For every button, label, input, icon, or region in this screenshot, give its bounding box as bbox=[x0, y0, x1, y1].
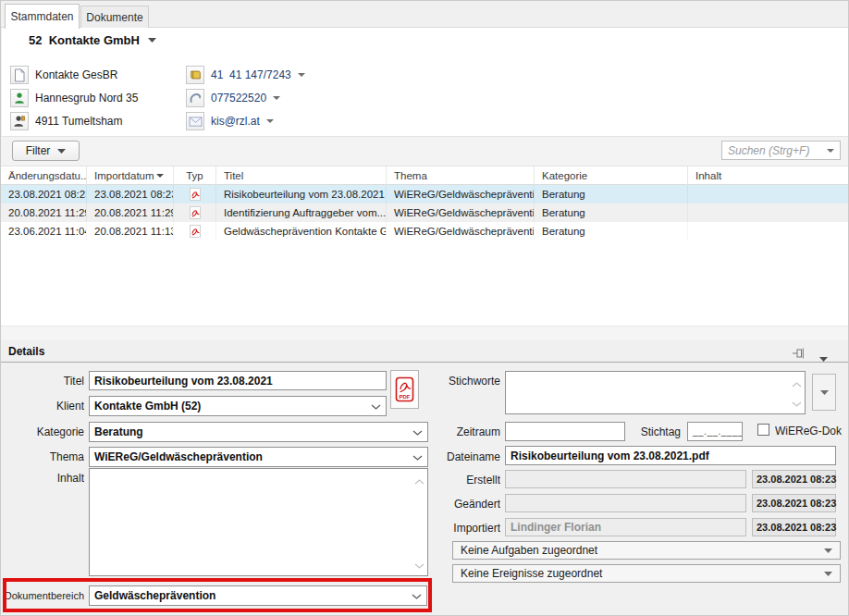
tab-stammdaten[interactable]: Stammdaten bbox=[5, 4, 80, 29]
chevron-down-icon bbox=[57, 149, 66, 154]
client-name: Kontakte GesBR bbox=[35, 68, 117, 81]
chevron-down-icon bbox=[273, 96, 280, 100]
open-pdf-button[interactable]: PDF bbox=[390, 370, 419, 409]
search-input[interactable]: Suchen (Strg+F) bbox=[721, 141, 841, 160]
thema-label: Thema bbox=[1, 450, 84, 463]
client-city-row: 4911 Tumeltsham bbox=[10, 112, 123, 130]
client-email-row[interactable]: kis@rzl.at bbox=[186, 112, 274, 130]
aufgaben-panel[interactable]: Keine Aufgaben zugeordnet bbox=[452, 541, 841, 560]
scroll-down-icon[interactable] bbox=[792, 394, 802, 411]
column-header-kategorie[interactable]: Kategorie bbox=[535, 166, 688, 185]
column-header-importdatum[interactable]: Importdatum bbox=[87, 166, 174, 185]
pdf-file-icon bbox=[174, 203, 216, 222]
person-green-icon bbox=[10, 89, 29, 107]
pdf-button-label: PDF bbox=[400, 394, 411, 400]
chevron-down-icon bbox=[820, 390, 829, 395]
tab-label: Stammdaten bbox=[10, 10, 73, 23]
client-phone-row[interactable]: 077522520 bbox=[186, 89, 280, 107]
horizontal-scrollbar[interactable] bbox=[1, 326, 849, 340]
column-header-typ[interactable]: Typ bbox=[174, 166, 216, 185]
importiert-label: Importiert bbox=[417, 522, 500, 535]
highlight-annotation bbox=[3, 578, 432, 612]
column-header-aenderungsdatum[interactable]: Änderungsdatu... bbox=[1, 166, 87, 185]
geaendert-date: 23.08.2021 08:23 bbox=[752, 494, 836, 512]
stichworte-dropdown-button[interactable] bbox=[812, 374, 836, 411]
address-book-icon bbox=[186, 66, 204, 84]
client-name-row: Kontakte GesBR bbox=[10, 66, 117, 84]
klient-select[interactable]: Kontakte GmbH (52) bbox=[89, 396, 387, 416]
chevron-down-icon bbox=[827, 149, 834, 153]
person-badge-icon bbox=[10, 112, 29, 130]
pin-icon[interactable] bbox=[792, 346, 806, 363]
wiereg-doku-checkbox[interactable] bbox=[757, 424, 769, 436]
client-street-row: Hannesgrub Nord 35 bbox=[10, 89, 138, 107]
zeitraum-input[interactable] bbox=[505, 422, 625, 441]
stichtag-input[interactable]: __.__.____ bbox=[687, 422, 743, 441]
wiereg-doku-label: WiEReG-Doku bbox=[775, 425, 842, 437]
search-placeholder: Suchen (Strg+F) bbox=[728, 144, 827, 157]
chevron-down-icon bbox=[824, 572, 832, 576]
filter-button[interactable]: Filter bbox=[12, 141, 80, 161]
client-street: Hannesgrub Nord 35 bbox=[35, 92, 138, 105]
stichtag-label: Stichtag bbox=[633, 425, 681, 438]
client-fax-row[interactable]: 41 41 147/7243 bbox=[186, 66, 305, 84]
importiert-field: Lindinger Florian bbox=[505, 518, 746, 536]
column-header-thema[interactable]: Thema bbox=[387, 166, 535, 185]
details-menu-button[interactable] bbox=[819, 349, 828, 365]
chevron-down-icon bbox=[819, 357, 828, 362]
application-window: Stammdaten Dokumente 52 Kontakte GmbH Ko… bbox=[0, 0, 849, 616]
kategorie-select[interactable]: Beratung bbox=[89, 422, 428, 442]
erstellt-field bbox=[505, 470, 746, 488]
erstellt-label: Erstellt bbox=[417, 474, 500, 487]
scroll-up-icon[interactable] bbox=[792, 375, 802, 391]
sort-desc-icon bbox=[156, 174, 164, 178]
document-icon bbox=[10, 66, 29, 84]
geaendert-field bbox=[505, 494, 746, 512]
client-title-dropdown[interactable]: 52 Kontakte GmbH bbox=[29, 33, 156, 47]
client-email: kis@rzl.at bbox=[211, 115, 260, 128]
geaendert-label: Geändert bbox=[417, 498, 500, 511]
kategorie-label: Kategorie bbox=[1, 425, 84, 438]
table-row[interactable]: 20.08.2021 11:29 20.08.2021 11:29 Identi… bbox=[1, 203, 849, 222]
client-city: 4911 Tumeltsham bbox=[35, 115, 123, 128]
chevron-down-icon bbox=[266, 119, 274, 123]
inhalt-textarea[interactable] bbox=[89, 468, 428, 576]
stichworte-label: Stichworte bbox=[417, 375, 500, 388]
pdf-file-icon bbox=[174, 185, 216, 203]
zeitraum-label: Zeitraum bbox=[417, 425, 500, 438]
stichworte-textarea[interactable] bbox=[505, 371, 806, 414]
erstellt-date: 23.08.2021 08:23 bbox=[752, 470, 836, 488]
tab-label: Dokumente bbox=[86, 11, 142, 24]
titel-input[interactable]: Risikobeurteilung vom 23.08.2021 bbox=[89, 371, 387, 390]
tab-strip: Stammdaten Dokumente bbox=[1, 1, 849, 28]
details-header: Details bbox=[1, 340, 849, 363]
chevron-down-icon bbox=[298, 73, 305, 77]
chevron-down-icon bbox=[824, 548, 832, 553]
inhalt-label: Inhalt bbox=[1, 472, 84, 485]
column-header-inhalt[interactable]: Inhalt bbox=[688, 166, 849, 185]
details-panel: Details Titel Risikobeurteilung vom 23.0… bbox=[1, 340, 849, 616]
details-title: Details bbox=[8, 345, 44, 358]
document-table: Änderungsdatu... Importdatum Typ Titel T… bbox=[1, 166, 849, 326]
scroll-down-icon[interactable] bbox=[414, 556, 424, 573]
client-phone-number: 077522520 bbox=[211, 92, 266, 105]
titel-label: Titel bbox=[1, 375, 84, 388]
dateiname-label: Dateiname bbox=[417, 450, 500, 463]
filter-label: Filter bbox=[26, 144, 51, 157]
klient-label: Klient bbox=[1, 400, 84, 413]
column-header-titel[interactable]: Titel bbox=[216, 166, 387, 185]
chevron-down-icon bbox=[371, 399, 381, 413]
table-row[interactable]: 23.06.2021 11:04 20.08.2021 11:13 Geldwä… bbox=[1, 222, 849, 240]
dateiname-input[interactable]: Risikobeurteilung vom 23.08.2021.pdf bbox=[505, 446, 836, 465]
table-row[interactable]: 23.08.2021 08:23 23.08.2021 08:23 Risiko… bbox=[1, 185, 849, 203]
thema-select[interactable]: WiEReG/Geldwäscheprävention bbox=[89, 447, 428, 467]
client-fax-number: 41 41 147/7243 bbox=[211, 68, 291, 81]
client-title: 52 Kontakte GmbH bbox=[29, 33, 140, 47]
tab-dokumente[interactable]: Dokumente bbox=[80, 6, 149, 28]
phone-icon bbox=[186, 89, 204, 107]
pdf-file-icon bbox=[174, 222, 216, 240]
ereignisse-panel[interactable]: Keine Ereignisse zugeordnet bbox=[452, 564, 841, 583]
importiert-date: 23.08.2021 08:23 bbox=[752, 518, 836, 536]
chevron-down-icon bbox=[148, 38, 156, 43]
email-icon bbox=[186, 112, 204, 130]
